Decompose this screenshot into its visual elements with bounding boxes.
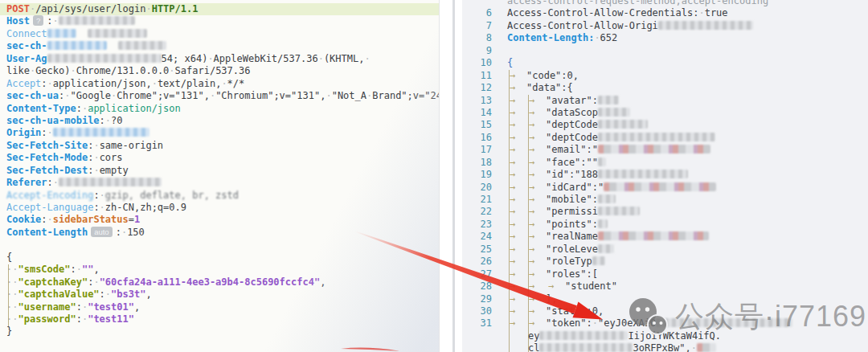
http-capture-view: POST·/api/sys/user/login·HTTP/1.1Host?:·… xyxy=(0,0,868,352)
request-panel[interactable]: POST·/api/sys/user/login·HTTP/1.1Host?:·… xyxy=(0,0,440,352)
code-token: Accept-Language xyxy=(6,202,93,213)
code-token: AppleWebKit/537.36 xyxy=(214,53,318,64)
code-token: "dataScop xyxy=(546,107,598,118)
code-line: sec-ch-ua:·"Google·Chrome";v="131",·"Chr… xyxy=(0,90,439,102)
code-line: 17→→"email":" xyxy=(462,144,868,156)
code-token: : xyxy=(41,214,47,225)
code-line: Accept:·application/json,·text/plain,·*/… xyxy=(0,78,439,90)
code-token: } xyxy=(6,325,12,337)
redacted-blur xyxy=(598,207,640,215)
code-token: Origin xyxy=(6,127,41,138)
redacted-blur xyxy=(598,219,608,228)
redacted-blur xyxy=(47,54,162,63)
code-token: → xyxy=(526,194,546,206)
code-token: 3oRFPxBw", xyxy=(633,342,690,352)
code-token: · xyxy=(47,127,53,138)
line-number: 23 xyxy=(462,219,492,231)
code-token: = xyxy=(129,214,134,225)
code-token: Accept xyxy=(6,78,41,89)
code-token: : xyxy=(100,115,105,126)
code-text: →→"state":0, xyxy=(507,305,604,317)
code-line: 24→→"realName xyxy=(462,231,868,243)
code-text: →→"roles":[ xyxy=(507,268,598,280)
response-panel[interactable]: access-control-request-method,accept-enc… xyxy=(462,0,868,352)
code-line xyxy=(0,239,439,251)
code-line: 30→→"state":0, xyxy=(462,305,868,317)
code-token: → xyxy=(526,157,546,169)
redacted-blur xyxy=(598,231,709,240)
code-line: Sec-Fetch-Site:·same-origin xyxy=(0,140,439,152)
code-token: 150 xyxy=(127,227,145,238)
code-text: →→"face":"" xyxy=(507,157,606,169)
code-token: → xyxy=(526,119,546,131)
code-token xyxy=(107,40,118,51)
code-token: · xyxy=(47,78,53,89)
code-token: cl xyxy=(528,342,539,352)
redacted-blur xyxy=(539,331,628,340)
code-token: "captchaKey" xyxy=(18,276,88,288)
code-token: · xyxy=(93,165,99,176)
line-number: 19 xyxy=(462,169,492,181)
code-token: "id":"188 xyxy=(546,169,598,180)
code-token: Sec-Fetch-Dest xyxy=(6,165,88,176)
code-token: → xyxy=(526,144,546,156)
code-token: · xyxy=(318,53,324,64)
code-token xyxy=(76,28,88,39)
code-token: { xyxy=(507,57,513,68)
redacted-blur xyxy=(598,170,688,178)
panel-divider[interactable] xyxy=(452,0,455,352)
request-code: POST·/api/sys/user/login·HTTP/1.1Host?:·… xyxy=(0,3,439,338)
code-line: 11→"code":0, xyxy=(462,70,868,82)
code-token: : xyxy=(100,289,105,300)
code-token: → xyxy=(507,182,526,194)
code-token: · xyxy=(93,152,99,163)
code-line: cl3oRFPxBw",· xyxy=(462,342,868,352)
code-token: zh-CN,zh;q=0.9 xyxy=(105,202,186,213)
code-token: like xyxy=(6,65,30,76)
code-token: User-Ag xyxy=(6,53,47,64)
redacted-blur xyxy=(598,145,710,153)
code-text: eyIijoiYWKtaW4ifQ. xyxy=(507,330,721,342)
code-token: · xyxy=(326,90,331,101)
code-token: IijoiYWKtaW4ifQ. xyxy=(628,330,721,342)
code-text: →→"mobile": xyxy=(507,194,616,206)
code-token: → xyxy=(526,305,546,317)
code-token: · xyxy=(93,140,99,151)
code-token: · xyxy=(76,264,82,275)
code-token: · xyxy=(105,289,111,300)
code-token: empty xyxy=(100,165,129,176)
code-token: Safari/537.36 xyxy=(175,65,251,76)
redacted-blur xyxy=(592,256,605,265)
code-text: →→"dataScop xyxy=(507,107,630,119)
line-number: 28 xyxy=(462,280,492,293)
line-number: 20 xyxy=(462,182,492,194)
code-line: 29→→], xyxy=(462,293,868,305)
code-token: Sec-Fetch-Site xyxy=(6,140,88,151)
code-token: application/json, xyxy=(53,78,152,89)
code-token: → xyxy=(526,317,546,329)
code-token: , xyxy=(93,264,99,275)
code-token: → xyxy=(507,132,526,144)
redacted-blur xyxy=(59,178,162,186)
code-text: access-control-request-method,accept-enc… xyxy=(507,0,768,7)
code-line: 12→"data":{ xyxy=(462,82,868,94)
code-token: → xyxy=(526,219,546,231)
code-token: → xyxy=(507,268,526,280)
code-token: sidebarStatus xyxy=(53,214,129,225)
panel-gap xyxy=(440,0,462,352)
code-line: sec-ch-ua-mobile:·?0 xyxy=(0,115,439,127)
code-token: → xyxy=(507,107,526,119)
code-token: → xyxy=(507,317,526,329)
code-token: · xyxy=(221,78,227,89)
code-line: Accept-Encoding:·gzip, deflate, br, zstd xyxy=(0,190,439,202)
code-token: "password" xyxy=(18,313,76,325)
code-token: "deptCode xyxy=(546,132,598,143)
code-token: "smsCode" xyxy=(18,264,70,275)
redacted-blur xyxy=(604,182,716,191)
code-line: 16→→"deptCode xyxy=(462,132,868,144)
line-number: 11 xyxy=(462,70,492,82)
code-token: · xyxy=(698,7,704,18)
line-number: 7 xyxy=(462,20,492,32)
indent-guide xyxy=(509,70,510,352)
code-token: · xyxy=(691,342,697,352)
